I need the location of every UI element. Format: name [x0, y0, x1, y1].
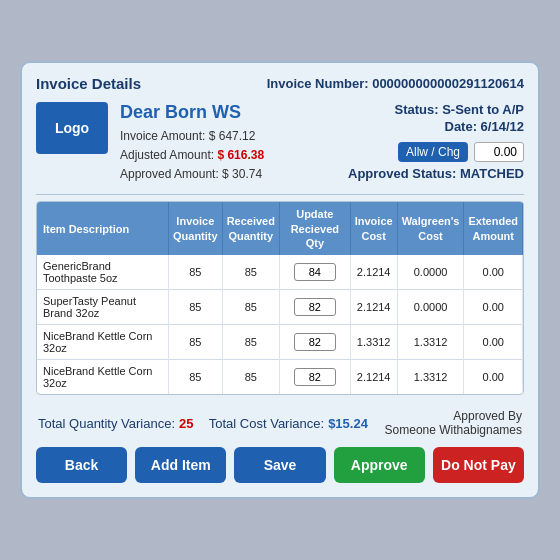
- table-row: SuperTasty Peanut Brand 32oz 85 85 2.121…: [37, 290, 523, 325]
- table-row: NiceBrand Kettle Corn 32oz 85 85 1.3312 …: [37, 325, 523, 360]
- cell-inv-cost: 2.1214: [350, 290, 397, 325]
- invoice-table: Item Description InvoiceQuantity Receive…: [37, 202, 523, 394]
- header-title: Invoice Details: [36, 75, 141, 92]
- do-not-pay-button[interactable]: Do Not Pay: [433, 447, 524, 483]
- invoice-card: Invoice Details Invoice Number: 00000000…: [20, 61, 540, 499]
- cell-wal-cost: 0.0000: [397, 255, 464, 290]
- button-row: Back Add Item Save Approve Do Not Pay: [36, 447, 524, 483]
- divider: [36, 194, 524, 195]
- cell-ext-amt: 0.00: [464, 360, 523, 395]
- approved-amount-line: Approved Amount: $ 30.74: [120, 165, 338, 184]
- header-row: Invoice Details Invoice Number: 00000000…: [36, 75, 524, 92]
- table-header-row: Item Description InvoiceQuantity Receive…: [37, 202, 523, 255]
- cell-inv-qty: 85: [169, 360, 223, 395]
- invoice-meta: Dear Born WS Invoice Amount: $ 647.12 Ad…: [120, 102, 338, 185]
- invoice-number: Invoice Number: 000000000000291120614: [267, 76, 524, 91]
- approve-button[interactable]: Approve: [334, 447, 425, 483]
- cell-upd-qty[interactable]: [279, 255, 350, 290]
- cell-desc: NiceBrand Kettle Corn 32oz: [37, 360, 169, 395]
- right-info: Status: S-Sent to A/P Date: 6/14/12 Allw…: [348, 102, 524, 181]
- allw-chg-button[interactable]: Allw / Chg: [398, 142, 468, 162]
- update-qty-input[interactable]: [294, 368, 336, 386]
- allw-row: Allw / Chg: [348, 142, 524, 162]
- status-line: Status: S-Sent to A/P: [348, 102, 524, 117]
- qty-variance-label: Total Quantity Variance:: [38, 416, 175, 431]
- save-button[interactable]: Save: [234, 447, 325, 483]
- cell-rec-qty: 85: [222, 290, 279, 325]
- update-qty-input[interactable]: [294, 333, 336, 351]
- cell-ext-amt: 0.00: [464, 290, 523, 325]
- col-inv-cost: InvoiceCost: [350, 202, 397, 255]
- col-wal-cost: Walgreen'sCost: [397, 202, 464, 255]
- table-row: GenericBrand Toothpaste 5oz 85 85 2.1214…: [37, 255, 523, 290]
- cell-upd-qty[interactable]: [279, 360, 350, 395]
- qty-variance-value: 25: [179, 416, 193, 431]
- cell-inv-cost: 2.1214: [350, 360, 397, 395]
- col-rec-qty: ReceivedQuantity: [222, 202, 279, 255]
- col-item-desc: Item Description: [37, 202, 169, 255]
- cell-wal-cost: 1.3312: [397, 325, 464, 360]
- update-qty-input[interactable]: [294, 263, 336, 281]
- cell-desc: SuperTasty Peanut Brand 32oz: [37, 290, 169, 325]
- cell-ext-amt: 0.00: [464, 325, 523, 360]
- add-item-button[interactable]: Add Item: [135, 447, 226, 483]
- company-name: Dear Born WS: [120, 102, 338, 123]
- col-ext-amt: ExtendedAmount: [464, 202, 523, 255]
- cell-inv-qty: 85: [169, 325, 223, 360]
- col-inv-qty: InvoiceQuantity: [169, 202, 223, 255]
- amounts: Invoice Amount: $ 647.12 Adjusted Amount…: [120, 127, 338, 185]
- table-row: NiceBrand Kettle Corn 32oz 85 85 2.1214 …: [37, 360, 523, 395]
- cell-inv-qty: 85: [169, 290, 223, 325]
- table-section: Item Description InvoiceQuantity Receive…: [36, 201, 524, 395]
- cell-rec-qty: 85: [222, 360, 279, 395]
- approved-status: Approved Status: MATCHED: [348, 166, 524, 181]
- adjusted-amount-line: Adjusted Amount: $ 616.38: [120, 146, 338, 165]
- cell-desc: NiceBrand Kettle Corn 32oz: [37, 325, 169, 360]
- date-line: Date: 6/14/12: [348, 119, 524, 134]
- cell-wal-cost: 0.0000: [397, 290, 464, 325]
- approved-by: Approved By Someone Withabignames: [385, 409, 522, 437]
- cell-rec-qty: 85: [222, 325, 279, 360]
- invoice-amount-line: Invoice Amount: $ 647.12: [120, 127, 338, 146]
- logo: Logo: [36, 102, 108, 154]
- info-section: Logo Dear Born WS Invoice Amount: $ 647.…: [36, 102, 524, 185]
- cell-inv-cost: 1.3312: [350, 325, 397, 360]
- cost-variance-label: Total Cost Variance:: [209, 416, 324, 431]
- allw-value-input[interactable]: [474, 142, 524, 162]
- cell-wal-cost: 1.3312: [397, 360, 464, 395]
- cell-ext-amt: 0.00: [464, 255, 523, 290]
- cell-inv-qty: 85: [169, 255, 223, 290]
- variance-row: Total Quantity Variance: 25 Total Cost V…: [36, 403, 524, 443]
- cell-upd-qty[interactable]: [279, 290, 350, 325]
- cost-variance-value: $15.24: [328, 416, 368, 431]
- back-button[interactable]: Back: [36, 447, 127, 483]
- col-upd-qty: UpdateRecieved Qty: [279, 202, 350, 255]
- update-qty-input[interactable]: [294, 298, 336, 316]
- cell-rec-qty: 85: [222, 255, 279, 290]
- cell-upd-qty[interactable]: [279, 325, 350, 360]
- cell-inv-cost: 2.1214: [350, 255, 397, 290]
- cell-desc: GenericBrand Toothpaste 5oz: [37, 255, 169, 290]
